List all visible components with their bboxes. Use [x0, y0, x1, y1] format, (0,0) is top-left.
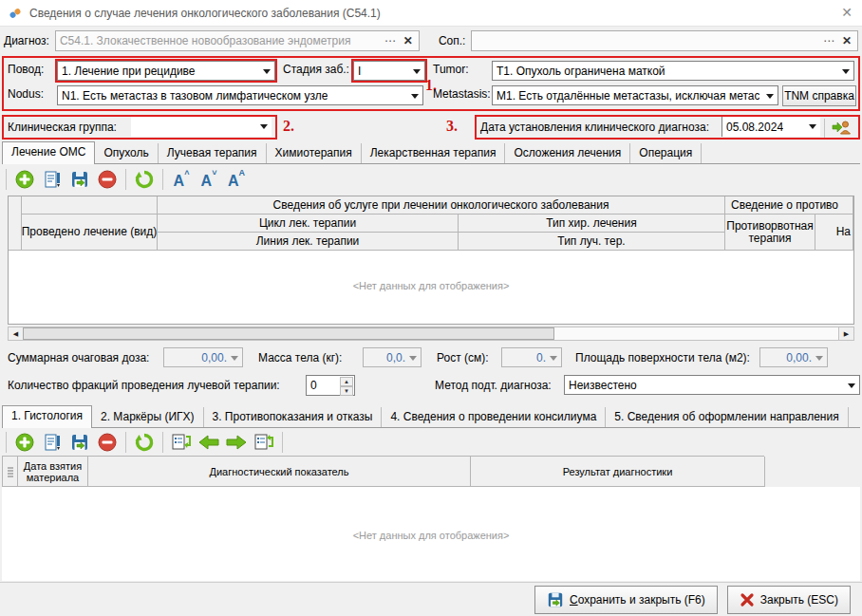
- weight-combo[interactable]: 0,0.: [363, 347, 422, 367]
- surgery-col-header: Тип хир. лечения: [459, 215, 725, 233]
- dose-value: 0,00.: [201, 351, 227, 364]
- refresh-button[interactable]: [133, 431, 156, 454]
- histology-table-header: Дата взятия материала Диагностический по…: [2, 456, 764, 487]
- fractions-value: 0: [310, 379, 317, 392]
- metastasis-value: M1. Есть отдалённые метастазы, исключая …: [497, 89, 759, 103]
- tab-gistologiya[interactable]: 1. Гистология: [2, 405, 92, 428]
- paste-row-icon: [253, 433, 274, 452]
- tab-napravlenie[interactable]: 5. Сведения об оформлении направления: [606, 407, 848, 427]
- reason-combo[interactable]: 1. Лечение при рецидиве: [57, 61, 275, 81]
- delete-button[interactable]: [96, 431, 119, 454]
- scroll-right-icon[interactable]: ▶: [838, 327, 853, 340]
- oms-table-hscrollbar[interactable]: ◀ ▶: [8, 327, 854, 341]
- window-titlebar: Сведения о случае лечения онкологическог…: [0, 0, 862, 27]
- clinical-group-label: Клиническая группа:: [8, 121, 117, 134]
- scrollbar-thumb[interactable]: [23, 327, 554, 340]
- edit-button[interactable]: [41, 431, 64, 454]
- chevron-down-icon: [848, 383, 855, 388]
- chevron-down-icon: [409, 356, 417, 361]
- tab-label: Лечение ОМС: [11, 145, 85, 159]
- fractions-spinner[interactable]: 0 ▲▼: [306, 375, 355, 396]
- tab-protivopokazaniya[interactable]: 3. Противопоказания и отказы: [204, 407, 383, 427]
- row-indicator-column: [9, 196, 22, 251]
- tnm-help-label: TNM справка: [784, 89, 854, 103]
- save-icon: [70, 433, 89, 452]
- delete-icon: [98, 170, 117, 189]
- nodus-combo[interactable]: N1. Есть метастаз в тазовом лимфатическо…: [57, 85, 423, 105]
- weight-label: Масса тела (кг):: [258, 351, 342, 364]
- font-increase-button[interactable]: A˄: [170, 168, 193, 191]
- tab-label: 5. Сведения об оформлении направления: [614, 410, 838, 423]
- chevron-down-icon: [413, 69, 421, 74]
- tab-lekarstvennaya-terapiya[interactable]: Лекарственная терапия: [362, 143, 506, 163]
- tab-label: Операция: [639, 146, 692, 159]
- diagnosis-field[interactable]: C54.1. Злокачественное новообразование э…: [55, 30, 420, 51]
- concomitant-field[interactable]: ⋯ ✕: [471, 30, 858, 51]
- stage-label: Стадия заб.:: [283, 63, 349, 76]
- tab-opuhol[interactable]: Опухоль: [95, 143, 158, 163]
- dose-label: Суммарная очаговая доза:: [8, 351, 149, 364]
- font-reset-icon: AA: [228, 170, 245, 189]
- nodus-value: N1. Есть метастаз в тазовом лимфатическо…: [62, 89, 328, 103]
- close-icon[interactable]: ✕: [841, 5, 853, 20]
- chevron-down-icon: [766, 94, 774, 99]
- clinical-group-combo[interactable]: [131, 117, 272, 137]
- metastasis-label: Metastasis:: [433, 87, 491, 101]
- concomitant-lookup-button[interactable]: ⋯: [818, 34, 840, 47]
- move-right-button[interactable]: [225, 431, 248, 454]
- save-button[interactable]: [68, 431, 91, 454]
- height-combo[interactable]: 0.: [501, 347, 562, 367]
- copy-row-button[interactable]: [170, 431, 193, 454]
- save-close-icon: [547, 591, 564, 608]
- chevron-down-icon: [411, 94, 419, 99]
- dose-combo[interactable]: 0,00.: [163, 347, 243, 367]
- concomitant-clear-icon[interactable]: ✕: [840, 34, 853, 47]
- toolbar-separator: [162, 169, 163, 190]
- tab-konsilium[interactable]: 4. Сведения о проведении консилиума: [382, 407, 606, 427]
- add-button[interactable]: [13, 168, 36, 191]
- tumor-combo[interactable]: T1. Опухоль ограничена маткой: [492, 61, 854, 81]
- tnm-group: Повод: 1. Лечение при рецидиве Стадия за…: [2, 56, 860, 111]
- tab-operaciya[interactable]: Операция: [630, 143, 702, 163]
- tab-luchevaya-terapiya[interactable]: Лучевая терапия: [159, 143, 267, 163]
- tab-lechenie-oms[interactable]: Лечение ОМС: [2, 141, 95, 164]
- metastasis-combo[interactable]: M1. Есть отдалённые метастазы, исключая …: [492, 85, 778, 105]
- font-reset-button[interactable]: AA: [225, 168, 248, 191]
- antiemetic-col-header: Противорвотная терапия: [725, 215, 815, 251]
- tab-himioterapiya[interactable]: Химиотерапия: [267, 143, 362, 163]
- reason-value: 1. Лечение при рецидиве: [62, 65, 196, 78]
- treatment-col-header: Проведено лечение (вид): [22, 215, 158, 251]
- tab-oslozheniya-lecheniya[interactable]: Осложения лечения: [505, 143, 630, 163]
- scroll-left-icon[interactable]: ◀: [9, 327, 24, 340]
- diagnosis-clear-icon[interactable]: ✕: [402, 34, 415, 47]
- close-button[interactable]: Закрыть (ESC): [727, 586, 851, 614]
- bsa-combo[interactable]: 0,00.: [759, 347, 828, 367]
- pill-icon: [8, 6, 23, 21]
- select-person-button[interactable]: [830, 116, 853, 139]
- chevron-down-icon: [550, 356, 557, 361]
- edit-button[interactable]: [41, 168, 64, 191]
- stage-combo[interactable]: I: [353, 61, 425, 81]
- save-close-button[interactable]: Сохранить и закрыть (F6): [534, 586, 718, 614]
- move-left-button[interactable]: [197, 431, 220, 454]
- diagnosis-lookup-button[interactable]: ⋯: [380, 34, 402, 47]
- spin-down-icon[interactable]: ▼: [340, 386, 353, 396]
- close-x-icon: [740, 592, 755, 607]
- delete-button[interactable]: [96, 168, 119, 191]
- font-decrease-button[interactable]: A˅: [197, 168, 220, 191]
- diagnosis-date-combo[interactable]: 05.08.2024: [721, 117, 820, 137]
- concomitant-label: Соп.:: [439, 34, 466, 47]
- histology-table-body: <Нет данных для отображения>: [2, 487, 860, 581]
- spin-up-icon[interactable]: ▲: [340, 377, 353, 386]
- oms-empty-text: <Нет данных для отображения>: [9, 280, 853, 291]
- chevron-down-icon: [809, 124, 816, 129]
- edit-icon: [43, 170, 62, 189]
- refresh-button[interactable]: [133, 168, 156, 191]
- confirm-method-combo[interactable]: Неизвестено: [564, 375, 860, 395]
- save-button[interactable]: [68, 168, 91, 191]
- tab-markery-igh[interactable]: 2. Маркёры (ИГХ): [92, 407, 204, 427]
- chevron-down-icon: [231, 356, 238, 361]
- add-button[interactable]: [13, 431, 36, 454]
- tnm-help-button[interactable]: TNM справка: [782, 85, 856, 106]
- paste-row-button[interactable]: [253, 431, 275, 454]
